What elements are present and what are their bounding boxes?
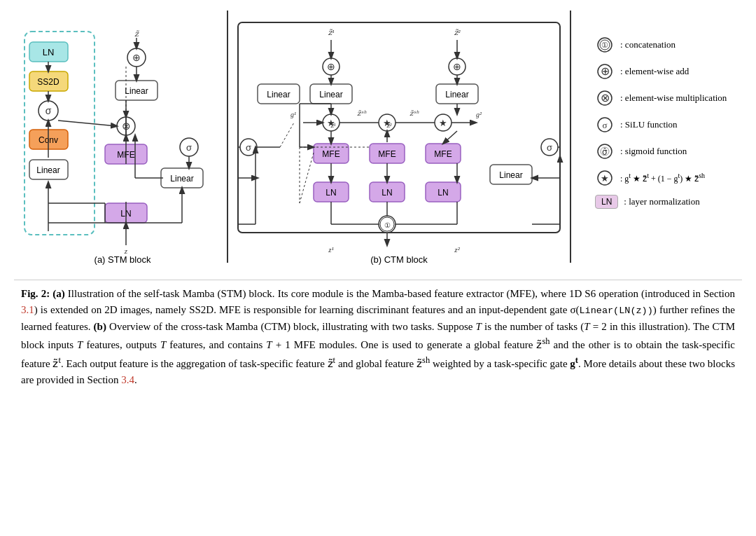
- concat-label: : concatenation: [620, 39, 676, 50]
- sigmoid-icon: σ̂: [595, 142, 615, 161]
- svg-text:Linear: Linear: [36, 165, 59, 175]
- svg-line-47: [58, 121, 117, 126]
- svg-text:z̃¹: z̃¹: [328, 28, 334, 36]
- svg-text:★: ★: [601, 173, 609, 184]
- svg-text:Linear: Linear: [125, 86, 148, 96]
- svg-text:①: ①: [384, 221, 391, 229]
- svg-line-102: [443, 131, 457, 144]
- svg-text:⊕: ⊕: [601, 65, 610, 77]
- formula-icon: ★: [595, 168, 615, 188]
- caption-text-end: .: [134, 374, 137, 385]
- svg-text:z̃ˢʰ: z̃ˢʰ: [410, 109, 419, 117]
- sigmoid-label: : sigmoid function: [620, 146, 687, 157]
- code-snippet: Linear(LN(z)): [579, 305, 652, 316]
- svg-text:⊕: ⊕: [453, 62, 461, 72]
- svg-text:LN: LN: [382, 188, 392, 198]
- add-label: : element-wise add: [620, 66, 689, 77]
- diagram-svg: LN SS2D σ Conv Linear MFE Linear: [14, 7, 588, 266]
- svg-text:σ: σ: [246, 142, 251, 153]
- svg-text:z̃¹: z̃¹: [330, 122, 336, 129]
- legend-concatenation: ① : concatenation: [595, 35, 756, 55]
- legend-section: ① : concatenation ⊕ : element-wise add: [588, 7, 756, 259]
- caption-paragraph: Fig. 2: (a) Illustration of the self-tas…: [21, 286, 735, 388]
- svg-text:LN: LN: [43, 47, 55, 57]
- svg-text:σ: σ: [602, 120, 607, 130]
- svg-text:MFE: MFE: [322, 149, 340, 159]
- svg-text:LN: LN: [326, 188, 336, 198]
- svg-text:Linear: Linear: [445, 90, 468, 99]
- multiply-label: : element-wise multiplication: [620, 92, 727, 104]
- diagram-section: LN SS2D σ Conv Linear MFE Linear: [14, 7, 742, 280]
- svg-text:z̃ˢʰ: z̃ˢʰ: [357, 109, 367, 117]
- svg-text:SS2D: SS2D: [37, 77, 59, 87]
- section-ref-1: 3.1: [21, 304, 34, 315]
- svg-text:g¹: g¹: [290, 111, 296, 118]
- svg-text:①: ①: [601, 41, 608, 49]
- svg-text:σ̂: σ̂: [602, 147, 608, 157]
- svg-text:σ: σ: [46, 105, 52, 116]
- svg-text:σ: σ: [547, 142, 552, 153]
- svg-text:⊗: ⊗: [601, 92, 610, 104]
- legend-formula: ★ : gt ★ z̃t + (1 − gt) ★ z̃sh: [595, 168, 756, 188]
- legend-silu: σ : SiLU function: [595, 115, 756, 135]
- multiply-icon: ⊗: [595, 88, 615, 108]
- main-container: LN SS2D σ Conv Linear MFE Linear: [0, 0, 756, 536]
- fig-label: Fig. 2:: [21, 288, 50, 299]
- legend-sigmoid: σ̂ : sigmoid function: [595, 142, 756, 161]
- silu-icon: σ: [595, 115, 615, 135]
- svg-text:MFE: MFE: [378, 149, 396, 159]
- ln-legend-box: LN: [595, 195, 618, 209]
- svg-text:MFE: MFE: [434, 149, 451, 159]
- svg-text:Linear: Linear: [319, 90, 342, 99]
- ln-label: : layer normalization: [624, 196, 699, 207]
- svg-text:z̃²: z̃²: [454, 28, 461, 36]
- section-ref-2: 3.4: [121, 374, 134, 385]
- legend-ln: LN : layer normalization: [595, 195, 756, 209]
- svg-text:σ: σ: [186, 142, 192, 153]
- svg-text:⊕: ⊕: [132, 53, 141, 63]
- svg-text:(b) CTM block: (b) CTM block: [370, 254, 428, 265]
- legend-add: ⊕ : element-wise add: [595, 62, 756, 81]
- formula-label: : gt ★ z̃t + (1 − gt) ★ z̃sh: [620, 172, 705, 184]
- caption-section: Fig. 2: (a) Illustration of the self-tas…: [14, 286, 742, 391]
- svg-text:LN: LN: [438, 188, 448, 198]
- legend-multiply: ⊗ : element-wise multiplication: [595, 88, 756, 108]
- svg-text:Linear: Linear: [267, 90, 290, 99]
- concat-icon: ①: [595, 35, 615, 55]
- svg-line-135: [300, 153, 314, 203]
- add-icon: ⊕: [595, 62, 615, 81]
- svg-line-122: [280, 123, 294, 147]
- svg-text:g²: g²: [476, 111, 482, 118]
- svg-text:★: ★: [439, 118, 447, 128]
- svg-text:z²: z²: [454, 245, 460, 254]
- svg-text:Linear: Linear: [170, 174, 193, 184]
- svg-text:z¹: z¹: [328, 245, 334, 254]
- svg-text:(a) STM block: (a) STM block: [94, 254, 151, 265]
- svg-text:z̃: z̃: [134, 29, 140, 38]
- svg-text:⊕: ⊕: [327, 62, 335, 72]
- svg-text:Linear: Linear: [499, 170, 522, 180]
- caption-text-a1: Illustration of the self-task Mamba (STM…: [68, 288, 735, 299]
- svg-text:z̃²: z̃²: [386, 122, 392, 129]
- silu-label: : SiLU function: [620, 119, 678, 130]
- part-b-label: (b): [94, 321, 106, 332]
- part-a-label: (a): [52, 288, 65, 299]
